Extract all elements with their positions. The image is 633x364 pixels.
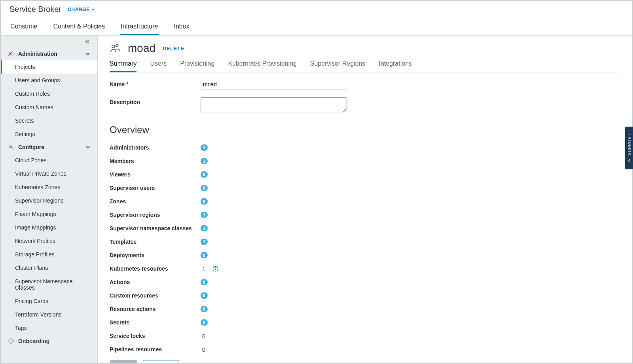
page-header: moad DELETE	[110, 42, 620, 55]
save-button[interactable]: SAVE	[110, 360, 137, 363]
masthead: Service Broker CHANGE	[1, 1, 632, 18]
context-switcher[interactable]: CHANGE	[68, 7, 95, 12]
sidebar-item-users-groups[interactable]: Users and Groups	[1, 74, 97, 87]
tab-consume[interactable]: Consume	[9, 23, 38, 35]
count-badge: 1	[201, 225, 208, 231]
sidebar-item-supervisor-regions[interactable]: Supervisor Regions	[1, 194, 97, 207]
count-badge: 1	[201, 212, 208, 218]
count-badge: 0	[201, 279, 208, 285]
overview-row: Administrators1	[110, 141, 620, 154]
overview-row: Templates1	[110, 235, 620, 248]
overview-label: Service locks	[110, 333, 201, 339]
required-indicator: *	[126, 81, 128, 87]
info-icon[interactable]	[212, 266, 218, 272]
form-row-name: Name*	[110, 80, 620, 89]
svg-point-2	[10, 146, 12, 148]
overview-label: Zones	[110, 198, 201, 205]
overview-label: Templates	[110, 239, 201, 245]
sidebar-item-terraform[interactable]: Terraform Versions	[1, 308, 97, 321]
sidebar-item-secrets[interactable]: Secrets	[1, 114, 97, 127]
description-textarea[interactable]	[201, 97, 347, 112]
overview-label: Members	[110, 158, 201, 164]
count-badge: 0	[201, 292, 208, 299]
overview-row: Members1	[110, 154, 620, 168]
main-content: moad DELETE Summary Users Provisioning K…	[98, 36, 632, 363]
subtab-k8s-provisioning[interactable]: Kubernetes Provisioning	[228, 57, 296, 72]
sidebar-group-label: Administration	[18, 51, 57, 57]
sub-tabs: Summary Users Provisioning Kubernetes Pr…	[110, 57, 620, 72]
subtab-supervisor-regions[interactable]: Supervisor Regions	[310, 57, 366, 72]
overview-row: Service locks0	[110, 329, 620, 343]
sidebar-group-administration[interactable]: Administration	[1, 47, 97, 60]
name-label: Name*	[110, 80, 201, 87]
overview-row: Pipelines resources0	[110, 343, 620, 356]
sidebar-item-cluster-plans[interactable]: Cluster Plans	[1, 261, 97, 275]
svg-point-4	[112, 45, 115, 48]
sidebar-item-custom-names[interactable]: Custom Names	[1, 100, 97, 114]
subtab-integrations[interactable]: Integrations	[379, 57, 412, 72]
onboarding-icon	[8, 338, 14, 344]
sidebar-item-image[interactable]: Image Mappings	[1, 221, 97, 234]
tab-inbox[interactable]: Inbox	[173, 23, 190, 35]
form-row-description: Description	[110, 97, 620, 112]
overview-row: Kubernetes resources1	[110, 262, 620, 275]
cancel-button[interactable]: CANCEL	[143, 360, 179, 363]
project-icon	[110, 43, 121, 54]
chevron-down-icon	[91, 8, 95, 11]
count-badge: 1	[201, 144, 208, 151]
sidebar-item-k8s-zones[interactable]: Kubernetes Zones	[1, 180, 97, 194]
count-badge: 0	[201, 306, 208, 312]
description-label: Description	[110, 97, 201, 105]
sidebar-item-pricing[interactable]: Pricing Cards	[1, 294, 97, 308]
count-badge: 0	[201, 198, 208, 205]
subtab-provisioning[interactable]: Provisioning	[180, 57, 214, 72]
overview-label: Supervisor regions	[110, 212, 201, 218]
sidebar-item-network[interactable]: Network Profiles	[1, 234, 97, 248]
overview-label: Administrators	[110, 144, 201, 151]
overview-label: Resource actions	[110, 306, 201, 312]
overview-label: Deployments	[110, 252, 201, 258]
svg-point-8	[215, 267, 216, 268]
gear-icon	[8, 144, 14, 150]
count-value: 0	[202, 333, 205, 339]
sidebar-group-onboarding[interactable]: Onboarding	[1, 335, 97, 347]
sidebar-item-vpz[interactable]: Virtual Private Zones	[1, 167, 97, 180]
name-input[interactable]	[201, 80, 347, 89]
sidebar-item-storage[interactable]: Storage Profiles	[1, 248, 97, 261]
change-label: CHANGE	[68, 7, 90, 12]
sidebar-item-cloud-zones[interactable]: Cloud Zones	[1, 154, 97, 167]
sidebar-collapse[interactable]	[1, 36, 97, 47]
overview-row: Supervisor namespace classes1	[110, 222, 620, 235]
sidebar-group-configure[interactable]: Configure	[1, 141, 97, 154]
subtab-users[interactable]: Users	[150, 57, 167, 72]
overview-row: Supervisor regions1	[110, 208, 620, 222]
sidebar-item-tags[interactable]: Tags	[1, 321, 97, 335]
count-badge: 0	[201, 319, 208, 326]
overview-label: Viewers	[110, 171, 201, 178]
chevron-down-icon	[85, 145, 90, 150]
sidebar-item-custom-roles[interactable]: Custom Roles	[1, 87, 97, 100]
count-badge: 0	[201, 252, 208, 258]
count-value: 0	[202, 346, 205, 353]
count-badge: 0	[201, 171, 208, 178]
sidebar-item-projects[interactable]: Projects	[1, 60, 97, 74]
overview-heading: Overview	[110, 124, 620, 135]
sidebar-item-flavor[interactable]: Flavor Mappings	[1, 207, 97, 221]
svg-point-1	[12, 52, 13, 53]
support-tab[interactable]: SUPPORT	[625, 127, 633, 169]
delete-button[interactable]: DELETE	[163, 46, 184, 51]
sidebar-item-snc[interactable]: Supervisor Namespace Classes	[1, 275, 97, 294]
overview-label: Kubernetes resources	[110, 265, 201, 272]
overview-label: Actions	[110, 279, 201, 285]
subtab-summary[interactable]: Summary	[110, 57, 136, 72]
overview-row: Zones0	[110, 195, 620, 208]
count-badge: 1	[201, 158, 208, 164]
overview-row: Deployments0	[110, 248, 620, 262]
count-value: 1	[202, 265, 205, 272]
tab-content-policies[interactable]: Content & Policies	[52, 23, 106, 35]
footer-actions: SAVE CANCEL	[110, 356, 620, 363]
sidebar-group-label: Onboarding	[18, 338, 49, 344]
tab-infrastructure[interactable]: Infrastructure	[120, 23, 159, 35]
sidebar-item-settings[interactable]: Settings	[1, 127, 97, 141]
overview-row: Secrets0	[110, 316, 620, 329]
